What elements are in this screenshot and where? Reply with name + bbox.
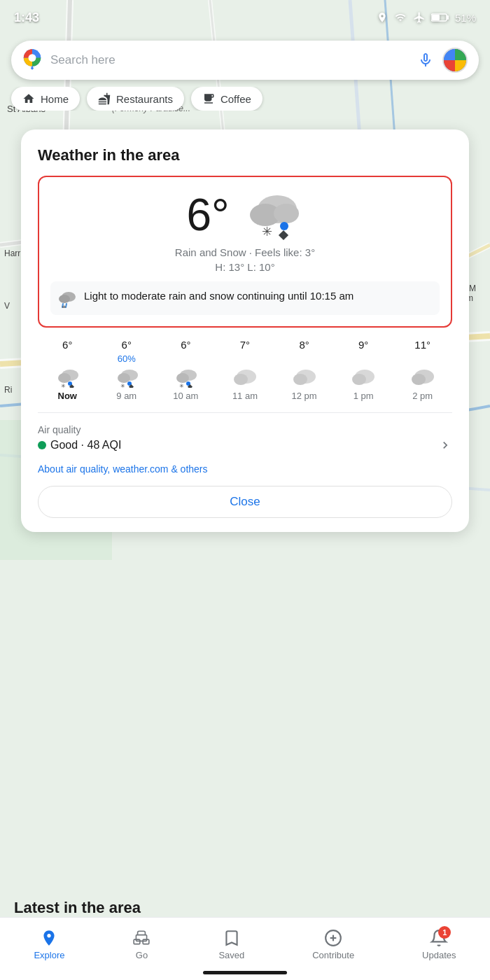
filter-restaurants[interactable]: Restaurants: [87, 87, 184, 111]
nav-go-label: Go: [136, 950, 148, 960]
nav-saved[interactable]: Saved: [207, 923, 255, 966]
hour-icon-1pm: [351, 367, 376, 388]
weather-icon-main: ✳: [241, 188, 304, 241]
weather-card: Weather in the area 6° ✳ Rain and Snow ·…: [21, 130, 469, 532]
map-label-v: V: [4, 301, 10, 311]
svg-point-35: [59, 295, 70, 303]
filter-coffee-label: Coffee: [220, 93, 251, 105]
map-label-harr: Harr: [4, 248, 20, 258]
weather-title: Weather in the area: [38, 146, 452, 164]
battery-percentage: 51%: [455, 12, 476, 24]
hour-icon-12pm: [292, 367, 317, 388]
svg-rect-25: [455, 49, 466, 60]
chevron-right-icon[interactable]: [438, 438, 452, 452]
svg-point-59: [352, 374, 366, 385]
hourly-forecast: 6° -- ✳ Now 6° 60% ✳ 9 am: [38, 339, 452, 413]
latest-title: Latest in the area: [14, 899, 141, 916]
location-icon: [377, 10, 388, 24]
aqi-text: Good · 48 AQI: [50, 439, 121, 451]
svg-point-61: [412, 374, 426, 385]
svg-rect-64: [136, 935, 147, 941]
svg-point-40: [58, 373, 71, 383]
user-avatar[interactable]: [442, 48, 468, 73]
nav-go-icon: [132, 929, 150, 947]
status-bar: 1:43 51%: [0, 0, 490, 35]
hour-9am: 6° 60% ✳ 9 am: [114, 339, 139, 401]
status-time: 1:43: [14, 10, 39, 25]
svg-rect-19: [432, 15, 440, 20]
airplane-icon: [413, 11, 426, 24]
current-weather-box: 6° ✳ Rain and Snow · Feels like: 3° H: 1…: [38, 176, 452, 328]
nav-updates[interactable]: 1 Updates: [411, 923, 467, 966]
weather-alert-text: Light to moderate rain and snow continui…: [84, 288, 354, 303]
close-button-label: Close: [230, 495, 260, 508]
quick-filters: Home Restaurants Coffee: [0, 87, 490, 111]
nav-updates-label: Updates: [422, 950, 456, 960]
svg-rect-33: [279, 230, 288, 240]
close-button[interactable]: Close: [38, 486, 452, 518]
restaurant-icon: [98, 92, 111, 105]
air-quality-label: Air quality: [38, 424, 452, 435]
hour-icon-9am: ✳: [114, 367, 139, 388]
filter-restaurants-label: Restaurants: [116, 93, 173, 105]
status-icons: 51%: [377, 10, 476, 24]
nav-contribute-icon: [324, 929, 342, 947]
weather-alert: ❄ Light to moderate rain and snow contin…: [50, 281, 440, 315]
svg-text:❄: ❄: [62, 304, 66, 308]
current-temp: 6°: [186, 192, 229, 237]
aqi-good-dot: [38, 441, 46, 449]
svg-point-30: [274, 204, 299, 223]
hour-icon-11am: [232, 367, 258, 388]
svg-point-31: [280, 222, 288, 230]
hour-icon-2pm: [410, 367, 435, 388]
svg-point-57: [293, 374, 307, 385]
air-quality-row: Good · 48 AQI: [38, 438, 452, 452]
current-weather-main: 6° ✳: [50, 188, 440, 241]
updates-badge: 1: [438, 926, 451, 939]
microphone-icon[interactable]: [417, 52, 434, 69]
nav-explore[interactable]: Explore: [22, 923, 76, 966]
filter-coffee[interactable]: Coffee: [191, 87, 262, 111]
svg-rect-20: [447, 15, 449, 20]
google-maps-logo: [22, 48, 42, 72]
svg-text:✳: ✳: [61, 383, 66, 388]
wifi-icon: [393, 12, 407, 23]
nav-contribute-label: Contribute: [312, 950, 354, 960]
hour-icon-now: ✳: [55, 367, 80, 388]
hour-2pm: 11° -- 2 pm: [410, 339, 435, 401]
search-placeholder: Search here: [50, 53, 409, 67]
svg-rect-26: [455, 60, 466, 71]
air-quality-value: Good · 48 AQI: [38, 439, 121, 451]
current-weather-hl: H: 13° L: 10°: [50, 261, 440, 273]
filter-home-label: Home: [41, 93, 69, 105]
nav-updates-icon-wrapper: 1: [430, 929, 448, 947]
svg-rect-27: [444, 60, 455, 71]
hour-12pm: 8° -- 12 pm: [292, 339, 317, 401]
nav-contribute[interactable]: Contribute: [301, 923, 365, 966]
nav-explore-icon: [40, 929, 58, 947]
hour-icon-10am: ✳: [173, 367, 198, 388]
air-quality-link[interactable]: About air quality, weather.com & others: [38, 463, 452, 475]
hour-11am: 7° -- 11 am: [232, 339, 258, 401]
search-bar[interactable]: Search here: [11, 41, 479, 80]
hour-10am: 6° -- ✳ 10 am: [173, 339, 198, 401]
svg-point-50: [176, 373, 189, 383]
svg-point-45: [118, 373, 130, 383]
home-indicator: [203, 971, 287, 974]
hour-now: 6° -- ✳ Now: [55, 339, 80, 401]
map-label-r: Ri: [4, 385, 12, 395]
latest-section: Latest in the area: [14, 899, 141, 917]
nav-go[interactable]: Go: [121, 923, 162, 966]
rain-snow-alert-icon: ❄: [57, 288, 77, 308]
home-icon: [22, 92, 35, 105]
svg-rect-63: [144, 939, 150, 944]
svg-text:✳: ✳: [179, 383, 184, 388]
nav-explore-label: Explore: [34, 950, 64, 960]
svg-text:✳: ✳: [262, 225, 272, 239]
nav-saved-icon: [223, 929, 241, 947]
svg-text:✳: ✳: [120, 383, 125, 388]
hour-1pm: 9° -- 1 pm: [351, 339, 376, 401]
coffee-icon: [202, 92, 215, 105]
air-quality-section: Air quality Good · 48 AQI: [38, 424, 452, 452]
filter-home[interactable]: Home: [11, 87, 80, 111]
